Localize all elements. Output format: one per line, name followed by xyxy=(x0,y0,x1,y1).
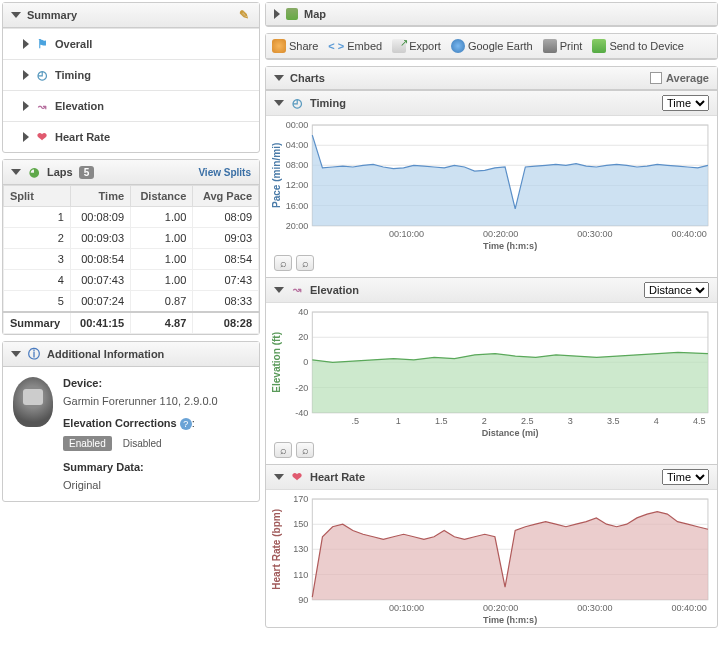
svg-text:-40: -40 xyxy=(295,408,308,418)
summary-heartrate[interactable]: ❤ Heart Rate xyxy=(3,121,259,152)
device-label: Device: xyxy=(63,377,102,389)
summary-panel: Summary ✎ ⚑ Overall ◴ Timing ↝ Elevation xyxy=(2,2,260,153)
expand-icon xyxy=(23,39,29,49)
help-icon[interactable]: ? xyxy=(180,418,192,430)
elevation-chart-header[interactable]: ↝ Elevation Distance xyxy=(266,277,717,303)
charts-panel: Charts Average ◴ Timing Time 00:0004:000… xyxy=(265,66,718,628)
timing-chart-title: Timing xyxy=(310,97,346,109)
globe-icon xyxy=(451,39,465,53)
send-to-device-button[interactable]: Send to Device xyxy=(592,39,684,53)
svg-text:1: 1 xyxy=(396,416,401,426)
zoom-in-button[interactable]: ⌕ xyxy=(296,255,314,271)
svg-text:2.5: 2.5 xyxy=(521,416,534,426)
collapse-icon xyxy=(274,100,284,106)
svg-text:20:00: 20:00 xyxy=(286,221,309,231)
table-row[interactable]: 400:07:431.0007:43 xyxy=(4,270,259,291)
collapse-icon xyxy=(274,287,284,293)
zoom-out-button[interactable]: ⌕ xyxy=(274,255,292,271)
laps-table: Split Time Distance Avg Pace 100:08:091.… xyxy=(3,185,259,334)
table-row[interactable]: 200:09:031.0009:03 xyxy=(4,228,259,249)
heart-icon: ❤ xyxy=(35,130,49,144)
svg-text:00:40:00: 00:40:00 xyxy=(671,229,706,239)
enabled-button[interactable]: Enabled xyxy=(63,436,112,451)
share-button[interactable]: Share xyxy=(272,39,318,53)
collapse-icon xyxy=(274,474,284,480)
device-image xyxy=(13,377,53,427)
svg-text:.5: .5 xyxy=(352,416,360,426)
svg-text:130: 130 xyxy=(293,544,308,554)
timing-dropdown[interactable]: Time xyxy=(662,95,709,111)
svg-text:00:10:00: 00:10:00 xyxy=(389,229,424,239)
svg-text:00:40:00: 00:40:00 xyxy=(671,603,706,613)
svg-text:Time (h:m:s): Time (h:m:s) xyxy=(483,615,537,625)
svg-text:Distance (mi): Distance (mi) xyxy=(482,428,539,438)
average-checkbox[interactable] xyxy=(650,72,662,84)
clock-icon: ◴ xyxy=(290,96,304,110)
disabled-button[interactable]: Disabled xyxy=(115,436,168,451)
pencil-icon[interactable]: ✎ xyxy=(237,8,251,22)
elev-corr-label: Elevation Corrections xyxy=(63,417,177,429)
svg-text:12:00: 12:00 xyxy=(286,180,309,190)
laps-th-split: Split xyxy=(4,186,71,207)
laps-th-avgpace: Avg Pace xyxy=(193,186,259,207)
laps-th-distance: Distance xyxy=(131,186,193,207)
zoom-in-button[interactable]: ⌕ xyxy=(296,442,314,458)
collapse-icon xyxy=(11,12,21,18)
summary-header[interactable]: Summary ✎ xyxy=(3,3,259,28)
additional-header[interactable]: ⓘ Additional Information xyxy=(3,342,259,367)
timing-chart-header[interactable]: ◴ Timing Time xyxy=(266,90,717,116)
average-label: Average xyxy=(666,72,709,84)
heart-icon: ❤ xyxy=(290,470,304,484)
svg-text:3.5: 3.5 xyxy=(607,416,620,426)
collapse-icon xyxy=(274,75,284,81)
svg-text:2: 2 xyxy=(482,416,487,426)
heartrate-chart-title: Heart Rate xyxy=(310,471,365,483)
laps-header[interactable]: ◕ Laps 5 View Splits xyxy=(3,160,259,185)
expand-icon xyxy=(23,132,29,142)
table-row[interactable]: 300:08:541.0008:54 xyxy=(4,249,259,270)
table-row[interactable]: 500:07:240.8708:33 xyxy=(4,291,259,313)
laps-title: Laps xyxy=(47,166,73,178)
svg-text:Heart Rate (bpm): Heart Rate (bpm) xyxy=(271,509,282,590)
timing-chart: 00:0004:0008:0012:0016:0020:0000:10:0000… xyxy=(266,116,717,253)
heartrate-dropdown[interactable]: Time xyxy=(662,469,709,485)
expand-icon xyxy=(274,9,280,19)
expand-icon xyxy=(23,70,29,80)
svg-text:90: 90 xyxy=(298,594,308,604)
zoom-out-button[interactable]: ⌕ xyxy=(274,442,292,458)
summary-timing[interactable]: ◴ Timing xyxy=(3,59,259,90)
table-row[interactable]: 100:08:091.0008:09 xyxy=(4,207,259,228)
charts-header[interactable]: Charts Average xyxy=(266,67,717,90)
collapse-icon xyxy=(11,169,21,175)
summary-item-label: Timing xyxy=(55,69,91,81)
elevation-chart: -40-2002040.511.522.533.544.5Elevation (… xyxy=(266,303,717,440)
elevation-dropdown[interactable]: Distance xyxy=(644,282,709,298)
svg-text:00:30:00: 00:30:00 xyxy=(577,603,612,613)
svg-text:0: 0 xyxy=(303,357,308,367)
heartrate-chart-header[interactable]: ❤ Heart Rate Time xyxy=(266,464,717,490)
svg-text:150: 150 xyxy=(293,519,308,529)
embed-button[interactable]: < >Embed xyxy=(328,40,382,52)
svg-text:00:00: 00:00 xyxy=(286,120,309,130)
map-header[interactable]: Map xyxy=(266,3,717,26)
expand-icon xyxy=(23,101,29,111)
elevation-icon: ↝ xyxy=(35,99,49,113)
google-earth-button[interactable]: Google Earth xyxy=(451,39,533,53)
info-icon: ⓘ xyxy=(27,347,41,361)
view-splits-link[interactable]: View Splits xyxy=(198,167,251,178)
print-button[interactable]: Print xyxy=(543,39,583,53)
export-icon: ↗ xyxy=(392,39,406,53)
summary-item-label: Heart Rate xyxy=(55,131,110,143)
flag-icon: ⚑ xyxy=(35,37,49,51)
svg-text:00:30:00: 00:30:00 xyxy=(577,229,612,239)
clock-icon: ◴ xyxy=(35,68,49,82)
summary-title: Summary xyxy=(27,9,77,21)
summary-elevation[interactable]: ↝ Elevation xyxy=(3,90,259,121)
summary-overall[interactable]: ⚑ Overall xyxy=(3,28,259,59)
print-icon xyxy=(543,39,557,53)
additional-title: Additional Information xyxy=(47,348,164,360)
svg-text:-20: -20 xyxy=(295,382,308,392)
laps-count-badge: 5 xyxy=(79,166,95,179)
svg-text:170: 170 xyxy=(293,494,308,504)
export-button[interactable]: ↗Export xyxy=(392,39,441,53)
